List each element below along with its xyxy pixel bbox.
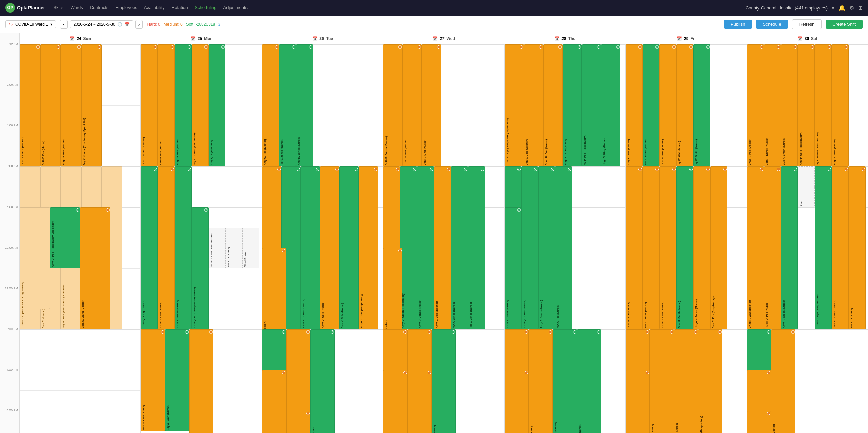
shift-thu-14[interactable]: Amy R. Jones (Nurse) (553, 329, 577, 433)
shift-wed-14[interactable]: Flo W. Rye (Respiratory) (383, 370, 407, 433)
shift-thu-5[interactable]: Ivy P. Poe (Respiratory) (582, 44, 601, 166)
shift-wed-6[interactable]: Amy Q. Jones (Nurse) (417, 166, 434, 329)
shift-sun-4[interactable]: Jay X. Jones (Respiratory Specialist) (81, 44, 102, 166)
shift-sat-13[interactable]: Flo T. Li (Nurse) (849, 166, 866, 329)
shift-fri-8[interactable]: Amy O. Cole (Nurse) (659, 166, 676, 329)
days-scroll-area[interactable]: 📅 24 Sun 📅 25 Mon 📅 26 Tue 📅 27 (20, 33, 868, 433)
shift-mon-14[interactable]: Jay A. Watt (Nurse) (165, 329, 189, 431)
layout-icon[interactable]: ⊞ (858, 5, 863, 11)
shift-mon-16[interactable]: Amy Q. Fox (Respiratory Nurse) (192, 207, 209, 329)
nav-rotation[interactable]: Rotation (172, 4, 188, 12)
shift-sat-10[interactable]: 9:... (798, 166, 815, 207)
nav-contracts[interactable]: Contracts (90, 4, 109, 12)
shift-mon-12[interactable]: Chad R. Watt (242, 228, 259, 268)
shift-mon-15[interactable]: Amy R. Green (Respiratory) (189, 329, 213, 433)
shift-mon-3[interactable]: Hugo V. Rye (Nurse) (175, 44, 192, 166)
shift-mon-11[interactable]: Flo T. Li (Nurse) (225, 228, 242, 268)
publish-button[interactable]: Publish (724, 20, 752, 29)
shift-mon-8[interactable]: Amy R. Green (Nurse) (175, 166, 192, 329)
shift-thu-1[interactable]: Chad O. Rye (Respiratory Specialist) (505, 44, 524, 166)
shift-tue-1[interactable]: Amy O. Fox (Doctor) (262, 44, 279, 166)
shift-fri-1[interactable]: Amy O. Fox (Doctor) (626, 44, 643, 166)
shift-thu-15[interactable]: Flo V. Jones (Nurse) (577, 329, 601, 433)
shift-fri-7[interactable]: Flo V. Jones (Nurse) (643, 166, 659, 329)
shift-mon-2[interactable]: Beth P. Fox (Nurse) (158, 44, 175, 166)
shift-fri-14[interactable]: Gus U. Smith (Nurse) (674, 329, 698, 433)
shift-sat-11[interactable]: Chad O. Rye (Respiratory) (815, 166, 832, 329)
shift-fri-9[interactable]: Gus U. Smith (Nurse) (676, 166, 693, 329)
shift-tue-3[interactable]: Amy R. Jones (Nurse) (296, 44, 313, 166)
shift-wed-9[interactable]: Flo V. Jones (Nurse) (468, 166, 485, 329)
shift-thu-3[interactable]: Chad U. Poe (Nurse) (543, 44, 563, 166)
shift-thu-9[interactable]: Amy R. Jones (Nurse) (538, 166, 555, 329)
shift-sun-3[interactable]: Hugo V. Rye (Nurse) (61, 44, 81, 166)
shift-tue-14[interactable]: Gus X. Cole (Respiratory) (262, 370, 286, 433)
shift-sat-2[interactable]: Beth T. Nurse (Nurse) (764, 44, 781, 166)
shift-sat-12[interactable]: Dan R. Jones (Doctor) (832, 166, 849, 329)
shift-mon-10[interactable]: Amy O. Cole (Respiratory) (209, 228, 225, 268)
shift-sun-11[interactable]: Elsa S. King (Nurse) (20, 207, 50, 309)
shift-sat-7[interactable]: Chad R. Watt (Doctor) (747, 166, 764, 329)
nav-skills[interactable]: Skills (53, 4, 63, 12)
shift-tue-6[interactable]: Beth R. Jones (Doctor) (301, 166, 320, 329)
shift-fri-3[interactable]: Gus W. Poe (Doctor) (659, 44, 676, 166)
shift-wed-3[interactable]: Dan R. King (Nurse) (422, 44, 441, 166)
shift-sat-17[interactable]: Chad O. Rye (Respiratory) (747, 411, 771, 433)
shift-sun-13[interactable]: Elsa S. Smith (Doctor) (80, 207, 110, 329)
info-icon[interactable]: ℹ (218, 22, 220, 27)
shift-wed-5[interactable]: Amy O. Green (Respiratory) (400, 166, 417, 329)
nav-employees[interactable]: Employees (115, 4, 137, 12)
shift-sat-6[interactable]: Hugo L. Poe (Nurse) (832, 44, 849, 166)
shift-tue-2[interactable]: Flo V. Jones (Nurse) (279, 44, 296, 166)
create-shift-button[interactable]: Create Shift (826, 20, 863, 29)
shift-sat-1[interactable]: Chad T. Poe (Doctor) (747, 44, 764, 166)
shift-sat-15[interactable]: Amy O. Fox (Doctor) (771, 329, 795, 433)
shift-fri-11[interactable]: Dan R. Fox (Respiratory) (710, 166, 727, 329)
shift-fri-13[interactable]: Amy O. Cole (Nurse) (650, 329, 674, 433)
shift-thu-2[interactable]: Dan V. Cole (Doctor) (524, 44, 543, 166)
shift-thu-10[interactable]: Ivy X. Poe (Nurse) (555, 166, 572, 329)
shift-fri-2[interactable]: Flo V. Jones (Nurse) (643, 44, 659, 166)
shift-sat-3[interactable]: Gus X. Smith (Nurse) (781, 44, 798, 166)
shift-fri-10[interactable]: Hugo V. Jones (Nurse) (693, 166, 710, 329)
shift-sat-5[interactable]: Ivy L. Green (Respiratory) (815, 44, 832, 166)
shift-thu-11[interactable]: Amy R. Jones (Nurse) (505, 207, 521, 329)
shift-fri-6[interactable]: Gus W. Poe (Doctor) (626, 166, 643, 329)
shift-fri-16[interactable]: Amy O. Cole (Respiratory) (626, 370, 650, 433)
shift-mon-4[interactable]: Jay X. Jones (Respiratory) (192, 44, 209, 166)
shift-tue-13[interactable]: Amy O. Li (Nurse) (310, 329, 334, 433)
schedule-button[interactable]: Schedule (756, 20, 788, 29)
shift-wed-15[interactable]: Amy R. Green (Nurse) (408, 370, 432, 433)
shift-mon-6[interactable]: Chad Q. King (Doctor) (141, 166, 158, 329)
shift-tue-9[interactable]: Hugo V. Cole (Respiratory) (359, 166, 378, 329)
shift-thu-8[interactable]: Amy Q. Jones (Nurse) (521, 166, 538, 329)
next-date-btn[interactable]: › (135, 20, 143, 29)
shift-sat-8[interactable]: Hugo O. Poe (Nurse) (764, 166, 781, 329)
shift-sat-9[interactable]: Amy R. Green (Nurse) (781, 166, 798, 329)
shift-sun-1[interactable]: Gus Li Smith (Doctor) (20, 44, 40, 166)
nav-scheduling[interactable]: Scheduling (195, 4, 216, 12)
shift-mon-5[interactable]: Amy Q. Rye (Nurse) (209, 44, 225, 166)
shift-thu-13[interactable]: Ivy X. Poe (Doctor) (529, 329, 553, 433)
shift-wed-13[interactable]: Amy O. Fox (Nurse) (432, 329, 456, 433)
gear-icon[interactable]: ⚙ (849, 5, 854, 11)
shift-mon-1[interactable]: Gus U. Smith (Doctor) (141, 44, 158, 166)
shift-mon-7[interactable]: Amy O. Cole (Nurse) (158, 166, 175, 329)
nav-availability[interactable]: Availability (144, 4, 165, 12)
prev-date-btn[interactable]: ‹ (60, 20, 68, 29)
shift-thu-6[interactable]: Hugo V. King (Nurse) (601, 44, 620, 166)
shift-tue-15[interactable]: Ivy X. Rye (Respiratory Specialist) (286, 411, 310, 433)
shift-thu-4[interactable]: Hugo O. Poe (Nurse) (563, 44, 582, 166)
shift-fri-4[interactable]: Ivy W. Watt (Nurse) (676, 44, 693, 166)
refresh-button[interactable]: Refresh (792, 19, 822, 29)
shift-sun-2[interactable]: Beth P. Fox (Nurse) (40, 44, 61, 166)
shift-thu-16[interactable]: Jay O. Fox (Nurse) (505, 370, 529, 433)
bell-icon[interactable]: 🔔 (839, 5, 845, 11)
shift-mon-13[interactable]: Dan V. Cole (Nurse) (141, 329, 165, 431)
shift-wed-7[interactable]: Amy S. Cole (Doctor) (434, 166, 451, 329)
dropdown-icon[interactable]: ▾ (832, 5, 834, 11)
shift-fri-15[interactable]: Hugo V. King (Respiratory) (698, 329, 722, 433)
shift-fri-5[interactable]: Ivy W. Smith (Nurse) (693, 44, 710, 166)
nav-wards[interactable]: Wards (71, 4, 83, 12)
shift-tue-8[interactable]: Dan V. Cole (Nurse) (339, 166, 359, 329)
